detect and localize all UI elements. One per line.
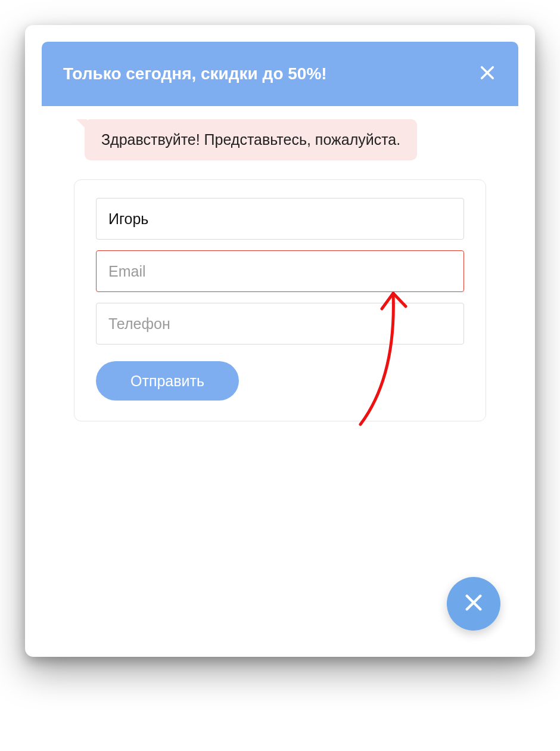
name-input[interactable] [96, 198, 464, 240]
phone-input[interactable] [96, 303, 464, 345]
submit-button[interactable]: Отправить [96, 361, 239, 401]
widget-toggle-button[interactable] [447, 577, 500, 631]
widget-header: Только сегодня, скидки до 50%! [42, 42, 518, 106]
close-button[interactable] [478, 64, 497, 83]
chat-area: Здравствуйте! Представьтесь, пожалуйста. [42, 106, 518, 166]
close-icon [479, 64, 496, 83]
app-frame: Только сегодня, скидки до 50%! Здравству… [25, 25, 535, 657]
email-input[interactable] [96, 250, 464, 292]
close-icon [463, 592, 484, 615]
header-title: Только сегодня, скидки до 50%! [63, 64, 327, 83]
bot-message: Здравствуйте! Представьтесь, пожалуйста. [85, 119, 417, 160]
chat-widget: Только сегодня, скидки до 50%! Здравству… [42, 42, 518, 445]
contact-form: Отправить [74, 179, 486, 421]
annotation-arrow [343, 275, 414, 430]
